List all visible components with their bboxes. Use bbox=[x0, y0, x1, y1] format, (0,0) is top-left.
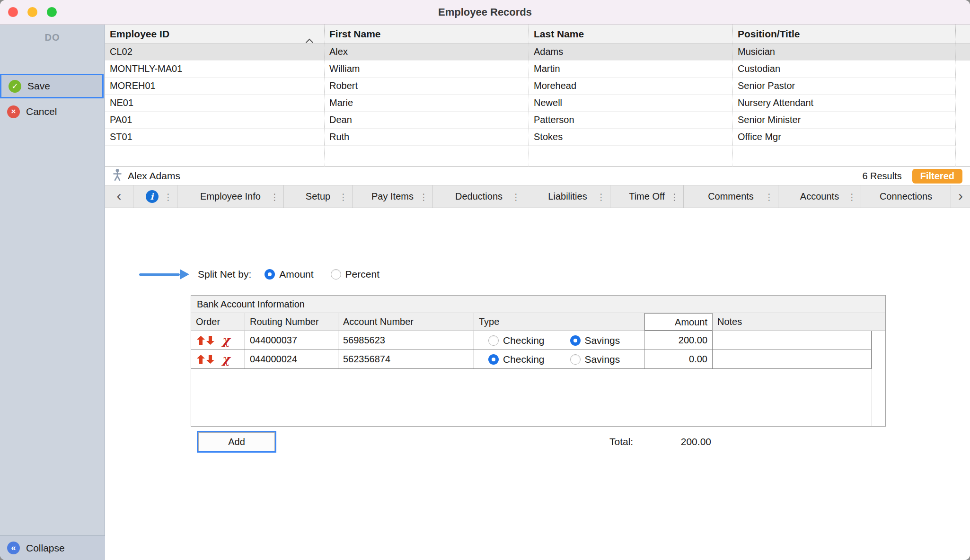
table-scrollbar-gutter[interactable] bbox=[956, 129, 970, 146]
tab-menu-icon[interactable]: ⋮ bbox=[847, 191, 856, 202]
move-up-icon[interactable] bbox=[197, 355, 205, 364]
table-scrollbar-gutter[interactable] bbox=[956, 112, 970, 129]
split-net-row: Split Net by: Amount Percent bbox=[198, 262, 379, 286]
tabs-scroll-right-button[interactable]: › bbox=[951, 185, 970, 208]
tab-label: Time Off bbox=[629, 191, 665, 202]
radio-savings[interactable] bbox=[570, 354, 581, 365]
notes-cell[interactable] bbox=[713, 350, 872, 369]
save-button[interactable]: ✓ Save bbox=[0, 74, 104, 98]
tab-menu-icon[interactable]: ⋮ bbox=[670, 191, 679, 202]
tabs-scroll-left-button[interactable]: ‹ bbox=[105, 185, 133, 208]
radio-savings[interactable] bbox=[570, 335, 581, 346]
save-button-label: Save bbox=[27, 80, 50, 92]
column-header-first-name[interactable]: First Name bbox=[325, 25, 529, 43]
sidebar-header: DO bbox=[0, 25, 105, 43]
tab-menu-icon[interactable]: ⋮ bbox=[339, 191, 348, 202]
tab-menu-icon[interactable]: ⋮ bbox=[270, 191, 279, 202]
cancel-button-label: Cancel bbox=[26, 106, 57, 117]
radio-amount[interactable] bbox=[265, 269, 275, 280]
amount-cell[interactable]: 200.00 bbox=[644, 331, 713, 350]
table-row[interactable]: ST01 Ruth Stokes Office Mgr bbox=[105, 129, 970, 146]
chevron-left-icon: ‹ bbox=[117, 188, 122, 206]
cell-last-name: Adams bbox=[529, 44, 733, 61]
tab-setup[interactable]: Setup ⋮ bbox=[284, 185, 353, 208]
split-net-label: Split Net by: bbox=[198, 269, 251, 280]
split-option-percent[interactable]: Percent bbox=[331, 269, 379, 280]
type-option-savings[interactable]: Savings bbox=[570, 350, 620, 368]
column-header-position[interactable]: Position/Title bbox=[733, 25, 956, 43]
column-header-amount[interactable]: Amount bbox=[644, 313, 713, 331]
bank-table-body: χ 044000037 56985623 Checking Savings bbox=[191, 331, 885, 426]
radio-checking[interactable] bbox=[488, 335, 499, 346]
move-down-icon[interactable] bbox=[206, 336, 214, 345]
tab-employee-info[interactable]: Employee Info ⋮ bbox=[177, 185, 284, 208]
table-row[interactable]: MOREH01 Robert Morehead Senior Pastor bbox=[105, 78, 970, 95]
radio-savings-label: Savings bbox=[585, 350, 620, 368]
title-bar: Employee Records bbox=[0, 0, 970, 25]
table-scrollbar-gutter[interactable] bbox=[956, 25, 970, 43]
radio-checking[interactable] bbox=[488, 354, 499, 365]
bank-scrollbar-gutter[interactable] bbox=[872, 331, 885, 426]
tab-menu-icon[interactable]: ⋮ bbox=[419, 191, 428, 202]
collapse-icon: « bbox=[7, 542, 20, 554]
tab-deductions[interactable]: Deductions ⋮ bbox=[433, 185, 525, 208]
cell-employee-id: NE01 bbox=[105, 95, 325, 112]
table-scrollbar-gutter[interactable] bbox=[956, 95, 970, 112]
move-up-icon[interactable] bbox=[197, 336, 205, 345]
total-label: Total: bbox=[609, 432, 633, 451]
notes-cell[interactable] bbox=[713, 331, 872, 350]
column-header-last-name[interactable]: Last Name bbox=[529, 25, 733, 43]
cell-employee-id: ST01 bbox=[105, 129, 325, 146]
table-scrollbar-gutter[interactable] bbox=[956, 44, 970, 61]
tab-pay-items[interactable]: Pay Items ⋮ bbox=[353, 185, 433, 208]
cell-first-name: Alex bbox=[325, 44, 529, 61]
routing-number-cell[interactable]: 044000037 bbox=[245, 331, 338, 350]
add-button[interactable]: Add bbox=[198, 432, 275, 451]
delete-row-icon[interactable]: χ bbox=[222, 334, 229, 346]
collapse-sidebar-button[interactable]: « Collapse bbox=[0, 535, 105, 560]
tab-comments[interactable]: Comments ⋮ bbox=[684, 185, 778, 208]
type-option-savings[interactable]: Savings bbox=[570, 331, 620, 350]
radio-percent[interactable] bbox=[331, 269, 341, 280]
move-down-icon[interactable] bbox=[206, 355, 214, 364]
tab-menu-icon[interactable]: ⋮ bbox=[164, 191, 173, 202]
tab-liabilities[interactable]: Liabilities ⋮ bbox=[525, 185, 610, 208]
column-header-employee-id[interactable]: Employee ID bbox=[105, 25, 325, 43]
selected-employee-name: Alex Adams bbox=[128, 170, 180, 182]
tab-accounts[interactable]: Accounts ⋮ bbox=[778, 185, 861, 208]
account-number-cell[interactable]: 562356874 bbox=[338, 350, 474, 369]
table-row[interactable]: PA01 Dean Patterson Senior Minister bbox=[105, 112, 970, 129]
cell-position: Senior Minister bbox=[733, 112, 956, 129]
amount-cell[interactable]: 0.00 bbox=[644, 350, 713, 369]
bank-panel-title: Bank Account Information bbox=[191, 296, 885, 313]
tab-label: Liabilities bbox=[548, 191, 587, 202]
tab-info[interactable]: i ⋮ bbox=[133, 185, 177, 208]
cell-first-name: Ruth bbox=[325, 129, 529, 146]
accounts-page: Split Net by: Amount Percent Bank Accoun… bbox=[105, 208, 970, 560]
table-scrollbar-gutter[interactable] bbox=[956, 61, 970, 78]
order-cell: χ bbox=[191, 331, 245, 350]
table-row[interactable]: MONTHLY-MA01 William Martin Custodian bbox=[105, 61, 970, 78]
cancel-button[interactable]: × Cancel bbox=[0, 99, 105, 124]
type-option-checking[interactable]: Checking bbox=[488, 350, 545, 368]
column-header-order: Order bbox=[191, 313, 245, 331]
tab-time-off[interactable]: Time Off ⋮ bbox=[610, 185, 684, 208]
account-number-cell[interactable]: 56985623 bbox=[338, 331, 474, 350]
routing-number-cell[interactable]: 044000024 bbox=[245, 350, 338, 369]
table-scrollbar-gutter[interactable] bbox=[956, 78, 970, 95]
tab-menu-icon[interactable]: ⋮ bbox=[765, 191, 774, 202]
table-row[interactable]: CL02 Alex Adams Musician bbox=[105, 44, 970, 61]
filtered-badge[interactable]: Filtered bbox=[912, 169, 962, 184]
split-option-amount[interactable]: Amount bbox=[265, 269, 313, 280]
delete-row-icon[interactable]: χ bbox=[222, 353, 229, 365]
tab-menu-icon[interactable]: ⋮ bbox=[511, 191, 520, 202]
cell-employee-id: MOREH01 bbox=[105, 78, 325, 95]
table-row[interactable]: NE01 Marie Newell Nursery Attendant bbox=[105, 95, 970, 112]
cell-position: Musician bbox=[733, 44, 956, 61]
tab-menu-icon[interactable]: ⋮ bbox=[597, 191, 606, 202]
cell-last-name: Martin bbox=[529, 61, 733, 78]
type-cell: Checking Savings bbox=[474, 350, 644, 369]
tab-connections[interactable]: Connections bbox=[861, 185, 951, 208]
type-option-checking[interactable]: Checking bbox=[488, 331, 545, 350]
column-header-label: Employee ID bbox=[110, 28, 169, 39]
